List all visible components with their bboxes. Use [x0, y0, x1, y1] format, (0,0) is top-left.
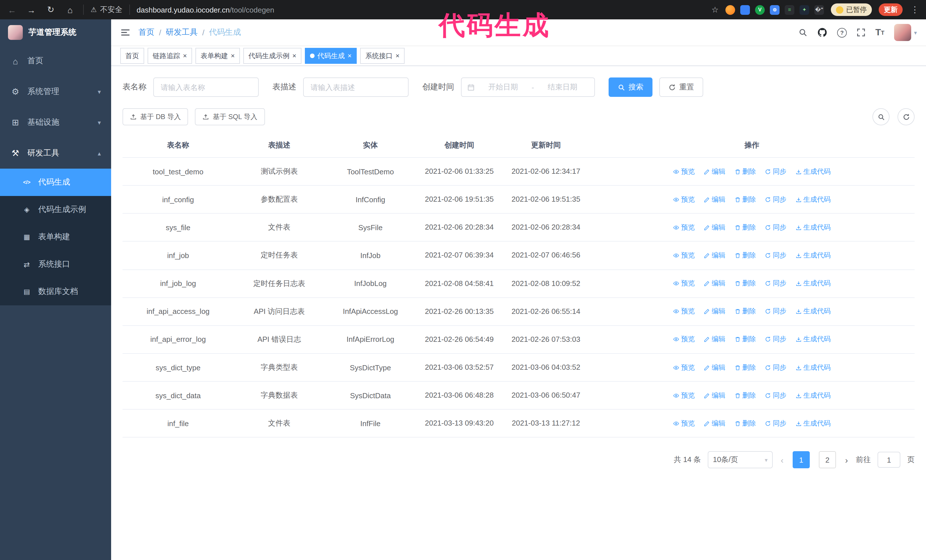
preview-link[interactable]: 预览	[673, 419, 695, 429]
generate-code-link[interactable]: 生成代码	[796, 167, 831, 176]
browser-back-icon[interactable]: ←	[6, 5, 18, 15]
page-size-select[interactable]: 10条/页 ▾	[708, 451, 773, 469]
extension-icon[interactable]: V	[755, 5, 765, 15]
tab[interactable]: 首页 ×	[120, 48, 144, 64]
search-icon[interactable]	[798, 28, 808, 37]
refresh-table-button[interactable]	[897, 108, 915, 125]
sidebar-subitem[interactable]: 代码生成示例	[0, 196, 111, 223]
delete-link[interactable]: 删除	[734, 419, 756, 429]
close-icon[interactable]: ×	[348, 53, 352, 59]
date-range-picker[interactable]: 开始日期 - 结束日期	[461, 77, 595, 97]
table-name-input[interactable]	[153, 77, 259, 97]
delete-link[interactable]: 删除	[734, 195, 756, 204]
delete-link[interactable]: 删除	[734, 167, 756, 176]
close-icon[interactable]: ×	[183, 53, 187, 59]
fullscreen-icon[interactable]	[856, 28, 865, 37]
browser-home-icon[interactable]: ⌂	[64, 5, 76, 15]
delete-link[interactable]: 删除	[734, 307, 756, 317]
tab[interactable]: 表单构建 ×	[195, 48, 240, 64]
profile-paused-badge[interactable]: 已暂停	[831, 3, 872, 16]
table-desc-input[interactable]	[303, 77, 409, 97]
search-toggle-button[interactable]	[872, 108, 890, 125]
preview-link[interactable]: 预览	[673, 251, 695, 260]
extension-icon[interactable]	[740, 5, 750, 15]
sidebar-subitem[interactable]: 数据库文档	[0, 278, 111, 305]
edit-link[interactable]: 编辑	[704, 279, 725, 288]
sidebar-logo[interactable]: 芋道管理系统	[0, 20, 111, 45]
browser-reload-icon[interactable]: ↻	[44, 5, 57, 15]
sidebar-item[interactable]: 基础设施	[0, 107, 111, 138]
next-page-icon[interactable]: ›	[844, 455, 849, 465]
edit-link[interactable]: 编辑	[704, 307, 725, 317]
extension-icon[interactable]: ⊚	[770, 5, 779, 15]
import-sql-button[interactable]: 基于 SQL 导入	[195, 108, 265, 125]
sync-link[interactable]: 同步	[765, 307, 787, 317]
preview-link[interactable]: 预览	[673, 335, 695, 344]
close-icon[interactable]: ×	[231, 53, 235, 59]
font-size-icon[interactable]: TT	[875, 27, 884, 38]
edit-link[interactable]: 编辑	[704, 167, 725, 176]
edit-link[interactable]: 编辑	[704, 251, 725, 260]
tab[interactable]: 代码生成 ×	[305, 48, 357, 64]
generate-code-link[interactable]: 生成代码	[796, 335, 831, 344]
delete-link[interactable]: 删除	[734, 279, 756, 288]
delete-link[interactable]: 删除	[734, 223, 756, 232]
github-icon[interactable]	[817, 27, 828, 38]
delete-link[interactable]: 删除	[734, 362, 756, 372]
hamburger-icon[interactable]	[120, 27, 130, 38]
bookmark-star-icon[interactable]: ☆	[711, 5, 719, 14]
reset-button[interactable]: 重置	[659, 77, 703, 97]
sidebar-item[interactable]: 研发工具	[0, 138, 111, 169]
generate-code-link[interactable]: 生成代码	[796, 195, 831, 204]
sidebar-item[interactable]: 首页	[0, 45, 111, 76]
page-button[interactable]: 1	[793, 451, 810, 469]
sync-link[interactable]: 同步	[765, 167, 787, 176]
puzzle-extension-icon[interactable]: �"	[814, 5, 824, 15]
page-button[interactable]: 2	[819, 451, 836, 469]
extension-icon[interactable]: ✦	[799, 5, 809, 15]
delete-link[interactable]: 删除	[734, 391, 756, 400]
generate-code-link[interactable]: 生成代码	[796, 391, 831, 400]
preview-link[interactable]: 预览	[673, 195, 695, 204]
sync-link[interactable]: 同步	[765, 335, 787, 344]
edit-link[interactable]: 编辑	[704, 335, 725, 344]
sync-link[interactable]: 同步	[765, 195, 787, 204]
browser-update-button[interactable]: 更新	[879, 3, 903, 16]
preview-link[interactable]: 预览	[673, 279, 695, 288]
generate-code-link[interactable]: 生成代码	[796, 362, 831, 372]
generate-code-link[interactable]: 生成代码	[796, 307, 831, 317]
sync-link[interactable]: 同步	[765, 391, 787, 400]
search-button[interactable]: 搜索	[608, 77, 652, 97]
extension-icon[interactable]: ≡	[785, 5, 794, 15]
edit-link[interactable]: 编辑	[704, 223, 725, 232]
browser-menu-icon[interactable]: ⋮	[909, 5, 920, 15]
breadcrumb-item[interactable]: 首页	[138, 27, 154, 38]
goto-page-input[interactable]	[878, 452, 900, 468]
edit-link[interactable]: 编辑	[704, 362, 725, 372]
generate-code-link[interactable]: 生成代码	[796, 419, 831, 429]
tab[interactable]: 系统接口 ×	[360, 48, 405, 64]
address-bar[interactable]: dashboard.yudao.iocoder.cn/tool/codegen	[137, 5, 274, 14]
preview-link[interactable]: 预览	[673, 167, 695, 176]
extension-icon[interactable]	[725, 5, 735, 15]
generate-code-link[interactable]: 生成代码	[796, 279, 831, 288]
breadcrumb-item[interactable]: 研发工具	[166, 27, 198, 38]
edit-link[interactable]: 编辑	[704, 195, 725, 204]
prev-page-icon[interactable]: ‹	[779, 455, 785, 465]
sync-link[interactable]: 同步	[765, 279, 787, 288]
preview-link[interactable]: 预览	[673, 362, 695, 372]
security-indicator[interactable]: ⚠ 不安全	[91, 5, 123, 15]
preview-link[interactable]: 预览	[673, 391, 695, 400]
tab[interactable]: 代码生成示例 ×	[243, 48, 301, 64]
close-icon[interactable]: ×	[292, 53, 296, 59]
sidebar-subitem[interactable]: 表单构建	[0, 223, 111, 251]
preview-link[interactable]: 预览	[673, 307, 695, 317]
edit-link[interactable]: 编辑	[704, 419, 725, 429]
edit-link[interactable]: 编辑	[704, 391, 725, 400]
help-icon[interactable]: ?	[837, 28, 847, 37]
close-icon[interactable]: ×	[395, 53, 399, 59]
sync-link[interactable]: 同步	[765, 362, 787, 372]
sync-link[interactable]: 同步	[765, 223, 787, 232]
user-menu[interactable]: ▾	[894, 24, 917, 41]
import-db-button[interactable]: 基于 DB 导入	[123, 108, 188, 125]
